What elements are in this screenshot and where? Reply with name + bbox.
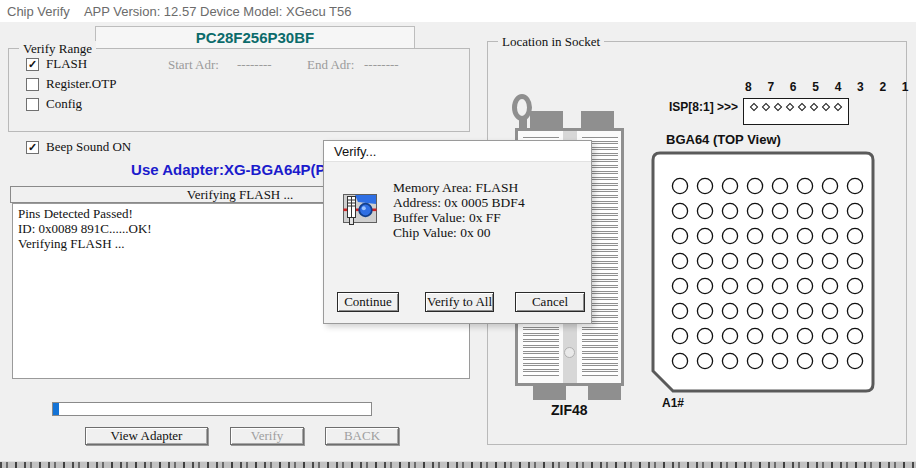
bga-ball xyxy=(747,303,762,318)
isp-pin-numbers: 8 7 6 5 4 3 2 1 xyxy=(745,80,855,94)
bga-ball xyxy=(822,178,837,193)
bga-ball xyxy=(747,203,762,218)
bga-ball xyxy=(722,278,737,293)
checkbox-beep-sound-label: Beep Sound ON xyxy=(46,139,131,155)
bga-ball xyxy=(747,178,762,193)
isp-pin-diamond xyxy=(750,103,758,111)
bga-ball xyxy=(747,253,762,268)
bga-ball xyxy=(772,203,787,218)
bga-ball xyxy=(797,353,812,368)
window-titlebar: Chip Verify APP Version: 12.57 Device Mo… xyxy=(0,0,916,22)
checkbox-flash-label: FLASH xyxy=(46,56,87,72)
bga-ball xyxy=(847,228,862,243)
checkbox-config-label: Config xyxy=(46,96,82,112)
checkbox-config-box xyxy=(26,98,39,111)
location-in-socket-label: Location in Socket xyxy=(498,34,604,50)
bga-ball xyxy=(847,253,862,268)
zif-channel-knob xyxy=(564,347,575,358)
bga-ball xyxy=(772,228,787,243)
checkbox-flash[interactable]: ✓ FLASH xyxy=(26,56,87,72)
bga-ball xyxy=(797,228,812,243)
view-adapter-button[interactable]: View Adapter xyxy=(85,427,208,445)
bga-ball xyxy=(672,228,687,243)
address-line: Address: 0x 0005 BDF4 xyxy=(393,195,525,210)
bga-ball xyxy=(772,278,787,293)
isp-pin-diamond xyxy=(762,103,770,111)
verify-dialog-title: Verify... xyxy=(324,141,591,162)
progress-bar-fill xyxy=(53,403,59,415)
checkbox-register-otp[interactable]: Register.OTP xyxy=(26,76,116,92)
bga-ball xyxy=(722,178,737,193)
bga-ball xyxy=(772,253,787,268)
bga64-top-view-label: BGA64 (TOP View) xyxy=(666,132,781,147)
bga64-diagram xyxy=(651,151,875,393)
verify-dialog: Verify... Memory Area: FLASH Address: 0x… xyxy=(323,140,592,324)
bga-ball xyxy=(722,203,737,218)
programmer-device-icon xyxy=(341,189,379,227)
bga-ball xyxy=(772,303,787,318)
bga-ball xyxy=(697,203,712,218)
bga-ball xyxy=(722,228,737,243)
isp-pin-diamond xyxy=(822,103,830,111)
bga-ball xyxy=(722,353,737,368)
chip-verify-window: Chip Verify APP Version: 12.57 Device Mo… xyxy=(0,0,916,468)
isp-pin-diamond xyxy=(786,103,794,111)
bga-ball xyxy=(772,328,787,343)
cancel-button[interactable]: Cancel xyxy=(515,292,585,312)
app-version-info: APP Version: 12.57 Device Model: XGecu T… xyxy=(84,4,352,19)
checkbox-register-otp-box xyxy=(26,78,39,91)
bga-ball xyxy=(722,328,737,343)
bga-ball xyxy=(822,253,837,268)
bga-ball xyxy=(822,303,837,318)
bga-ball xyxy=(847,278,862,293)
bga-ball xyxy=(697,303,712,318)
bga-ball xyxy=(697,328,712,343)
isp-pin-diamond xyxy=(798,103,806,111)
isp-pin-diamond xyxy=(810,103,818,111)
bga-ball xyxy=(772,178,787,193)
checkbox-config[interactable]: Config xyxy=(26,96,82,112)
bga-ball xyxy=(847,178,862,193)
isp-connector-label: ISP[8:1] >>> xyxy=(669,100,738,114)
checkbox-register-otp-label: Register.OTP xyxy=(46,76,116,92)
end-adr-label: End Adr: xyxy=(307,57,354,73)
memory-area-line: Memory Area: FLASH xyxy=(393,180,525,195)
end-adr-value: -------- xyxy=(364,57,399,73)
zif48-label: ZIF48 xyxy=(551,402,588,418)
bga-ball xyxy=(822,278,837,293)
bga-ball xyxy=(747,228,762,243)
bga-ball xyxy=(747,278,762,293)
bga-ball xyxy=(672,178,687,193)
bga-ball xyxy=(672,328,687,343)
bga-ball xyxy=(672,253,687,268)
zif-bottom-tab xyxy=(588,384,621,400)
bga-ball xyxy=(772,353,787,368)
back-button[interactable]: BACK xyxy=(325,427,399,445)
checkbox-beep-sound[interactable]: ✓ Beep Sound ON xyxy=(26,139,131,155)
chip-name: PC28F256P30BF xyxy=(196,29,314,46)
bga-ball xyxy=(797,178,812,193)
bga-ball xyxy=(722,253,737,268)
bga-ball xyxy=(672,303,687,318)
bga-ball xyxy=(822,228,837,243)
checkbox-beep-sound-box: ✓ xyxy=(26,141,39,154)
start-adr-label: Start Adr: xyxy=(168,57,219,73)
bga-ball xyxy=(822,328,837,343)
bga-ball xyxy=(672,203,687,218)
bga-ball xyxy=(697,278,712,293)
verify-to-all-button[interactable]: Verify to All xyxy=(425,292,494,312)
a1-pin-label: A1# xyxy=(662,396,684,410)
isp-pin-diamond xyxy=(774,103,782,111)
window-title: Chip Verify xyxy=(7,4,70,19)
bga-ball xyxy=(797,253,812,268)
bga-ball xyxy=(847,353,862,368)
progress-bar xyxy=(52,402,372,416)
chip-name-banner: PC28F256P30BF xyxy=(95,26,415,48)
verify-dialog-details: Memory Area: FLASH Address: 0x 0005 BDF4… xyxy=(393,180,525,240)
bga-ball xyxy=(672,278,687,293)
bga-ball xyxy=(722,303,737,318)
verify-button[interactable]: Verify xyxy=(230,427,304,445)
bga-ball xyxy=(822,203,837,218)
continue-button[interactable]: Continue xyxy=(337,292,399,312)
buffer-value-line: Buffer Value: 0x FF xyxy=(393,210,525,225)
